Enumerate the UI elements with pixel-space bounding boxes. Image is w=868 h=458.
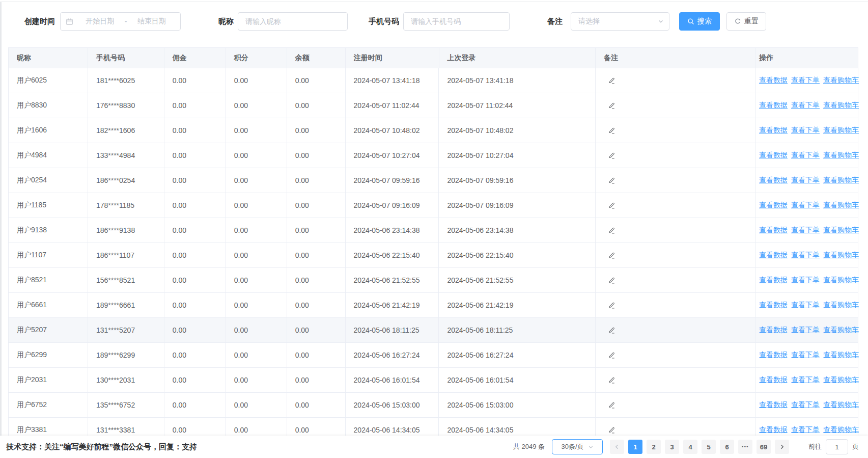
view-data-link[interactable]: 查看数据 [759, 276, 788, 285]
view-data-link[interactable]: 查看数据 [759, 351, 788, 360]
page-button-6[interactable]: 6 [720, 440, 734, 454]
page-button-3[interactable]: 3 [665, 440, 679, 454]
pagination-ellipsis[interactable]: ••• [738, 440, 752, 454]
view-cart-link[interactable]: 查看购物车 [823, 276, 859, 285]
edit-remark-icon[interactable] [608, 352, 615, 359]
view-data-link[interactable]: 查看数据 [759, 375, 788, 385]
column-header-5: 注册时间 [346, 48, 439, 68]
page-button-1[interactable]: 1 [628, 440, 642, 454]
page-size-select[interactable]: 30条/页 [552, 439, 603, 454]
cell-last_login: 2024-05-06 23:14:38 [439, 218, 596, 243]
view-orders-link[interactable]: 查看下单 [791, 226, 820, 235]
view-data-link[interactable]: 查看数据 [759, 76, 788, 85]
cell-last_login: 2024-05-06 18:11:25 [439, 318, 596, 342]
view-data-link[interactable]: 查看数据 [759, 400, 788, 410]
cell-points: 0.00 [226, 343, 287, 367]
date-start-placeholder[interactable]: 开始日期 [76, 17, 124, 26]
page-button-5[interactable]: 5 [702, 440, 716, 454]
view-orders-link[interactable]: 查看下单 [791, 126, 820, 135]
table-row: 用户0254186****02540.000.000.002024-05-07 … [9, 168, 858, 193]
view-orders-link[interactable]: 查看下单 [791, 276, 820, 285]
view-orders-link[interactable]: 查看下单 [791, 351, 820, 360]
edit-remark-icon[interactable] [608, 202, 615, 209]
view-orders-link[interactable]: 查看下单 [791, 326, 820, 335]
page-button-4[interactable]: 4 [683, 440, 697, 454]
view-data-link[interactable]: 查看数据 [759, 326, 788, 335]
view-orders-link[interactable]: 查看下单 [791, 251, 820, 260]
edit-remark-icon[interactable] [608, 77, 615, 85]
table-row: 用户9138186****91380.000.000.002024-05-06 … [9, 218, 858, 243]
view-cart-link[interactable]: 查看购物车 [823, 76, 859, 85]
view-cart-link[interactable]: 查看购物车 [823, 101, 859, 110]
page-button-69[interactable]: 69 [757, 440, 771, 454]
view-data-link[interactable]: 查看数据 [759, 251, 788, 260]
edit-remark-icon[interactable] [608, 102, 615, 110]
goto-page-input[interactable] [826, 439, 848, 454]
edit-remark-icon[interactable] [608, 327, 615, 334]
view-cart-link[interactable]: 查看购物车 [823, 351, 859, 360]
view-data-link[interactable]: 查看数据 [759, 126, 788, 135]
view-data-link[interactable]: 查看数据 [759, 301, 788, 310]
view-data-link[interactable]: 查看数据 [759, 176, 788, 185]
view-cart-link[interactable]: 查看购物车 [823, 301, 859, 310]
view-cart-link[interactable]: 查看购物车 [823, 126, 859, 135]
view-cart-link[interactable]: 查看购物车 [823, 251, 859, 260]
cell-remark [596, 143, 755, 168]
view-cart-link[interactable]: 查看购物车 [823, 400, 859, 410]
view-orders-link[interactable]: 查看下单 [791, 425, 820, 435]
view-cart-link[interactable]: 查看购物车 [823, 425, 859, 435]
view-orders-link[interactable]: 查看下单 [791, 151, 820, 160]
view-orders-link[interactable]: 查看下单 [791, 201, 820, 210]
phone-label: 手机号码 [369, 17, 399, 26]
view-cart-link[interactable]: 查看购物车 [823, 176, 859, 185]
column-header-4: 余额 [287, 48, 346, 68]
cell-points: 0.00 [226, 143, 287, 168]
reset-button[interactable]: 重置 [726, 12, 766, 31]
edit-remark-icon[interactable] [608, 426, 615, 434]
cell-register_time: 2024-05-06 18:11:25 [346, 318, 439, 342]
view-data-link[interactable]: 查看数据 [759, 226, 788, 235]
view-orders-link[interactable]: 查看下单 [791, 76, 820, 85]
view-cart-link[interactable]: 查看购物车 [823, 375, 859, 385]
edit-remark-icon[interactable] [608, 227, 615, 234]
date-end-placeholder[interactable]: 结束日期 [128, 17, 175, 26]
remark-select[interactable]: 请选择 [571, 12, 669, 31]
cell-last_login: 2024-05-07 10:27:04 [439, 143, 596, 168]
edit-remark-icon[interactable] [608, 152, 615, 159]
phone-input[interactable] [403, 12, 510, 31]
edit-remark-icon[interactable] [608, 401, 615, 409]
edit-remark-icon[interactable] [608, 252, 615, 259]
edit-remark-icon[interactable] [608, 302, 615, 309]
cell-points: 0.00 [226, 318, 287, 342]
view-cart-link[interactable]: 查看购物车 [823, 326, 859, 335]
view-data-link[interactable]: 查看数据 [759, 201, 788, 210]
view-orders-link[interactable]: 查看下单 [791, 375, 820, 385]
view-data-link[interactable]: 查看数据 [759, 101, 788, 110]
view-orders-link[interactable]: 查看下单 [791, 400, 820, 410]
prev-page-button[interactable] [610, 440, 624, 454]
cell-last_login: 2024-05-07 09:16:09 [439, 193, 596, 218]
view-data-link[interactable]: 查看数据 [759, 425, 788, 435]
view-cart-link[interactable]: 查看购物车 [823, 201, 859, 210]
edit-remark-icon[interactable] [608, 177, 615, 184]
view-orders-link[interactable]: 查看下单 [791, 101, 820, 110]
date-range-picker[interactable]: 开始日期 - 结束日期 [60, 12, 181, 31]
view-data-link[interactable]: 查看数据 [759, 151, 788, 160]
edit-remark-icon[interactable] [608, 277, 615, 284]
edit-remark-icon[interactable] [608, 376, 615, 384]
view-cart-link[interactable]: 查看购物车 [823, 151, 859, 160]
search-button[interactable]: 搜索 [679, 12, 720, 31]
cell-remark [596, 268, 755, 292]
cell-balance: 0.00 [287, 193, 346, 218]
view-orders-link[interactable]: 查看下单 [791, 176, 820, 185]
cell-last_login: 2024-05-06 15:03:00 [439, 393, 596, 417]
cell-remark [596, 393, 755, 417]
next-page-button[interactable] [775, 440, 789, 454]
table-row: 用户5207131****52070.000.000.002024-05-06 … [9, 318, 858, 343]
table-row: 用户4984133****49840.000.000.002024-05-07 … [9, 143, 858, 168]
page-button-2[interactable]: 2 [647, 440, 661, 454]
view-cart-link[interactable]: 查看购物车 [823, 226, 859, 235]
edit-remark-icon[interactable] [608, 127, 615, 134]
nickname-input[interactable] [238, 12, 348, 31]
view-orders-link[interactable]: 查看下单 [791, 301, 820, 310]
